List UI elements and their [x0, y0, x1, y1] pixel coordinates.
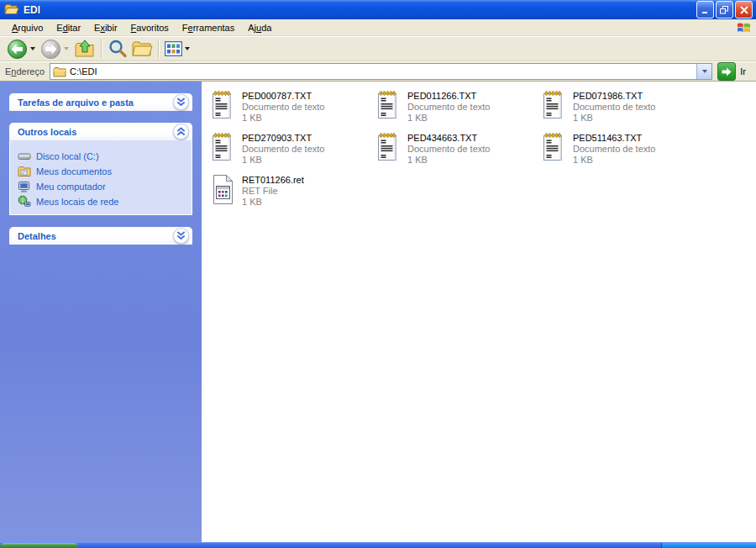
panel-body-outros-locais: Disco local (C:)Meus documentosMeu compu…: [9, 140, 192, 215]
address-bar: Endereço C:\EDI Ir: [0, 61, 756, 82]
taskbar[interactable]: [0, 542, 756, 548]
open-folder-icon: [4, 3, 19, 16]
search-button[interactable]: [106, 37, 129, 61]
file-tile-text: PED434663.TXTDocumento de texto1 KB: [407, 132, 490, 166]
menu-item-arquivo[interactable]: Arquivo: [5, 21, 50, 34]
restore-button[interactable]: [716, 1, 733, 18]
forward-dropdown-caret[interactable]: [64, 47, 69, 50]
panel-header-outros-locais[interactable]: Outros locais: [9, 123, 192, 140]
file-type: Documento de texto: [573, 144, 655, 155]
file-type: Documento de texto: [242, 102, 324, 113]
sidebar-item-meu-computador[interactable]: Meu computador: [18, 179, 188, 194]
expand-panel-button[interactable]: [173, 228, 189, 244]
menu-item-favoritos[interactable]: Favoritos: [124, 21, 176, 34]
system-tray[interactable]: [661, 543, 756, 548]
file-type: Documento de texto: [407, 144, 490, 155]
text-document-icon: [375, 90, 401, 123]
go-button[interactable]: [717, 62, 736, 81]
minimize-button[interactable]: [696, 1, 714, 18]
text-document-icon: [210, 90, 235, 123]
panel-title: Detalhes: [18, 231, 56, 241]
views-dropdown-caret[interactable]: [185, 47, 190, 50]
address-value: C:\EDI: [70, 66, 696, 76]
network-places-icon: [18, 195, 32, 208]
close-button[interactable]: [735, 1, 753, 18]
sidebar-item-label: Meus documentos: [36, 166, 112, 177]
file-name: PED000787.TXT: [242, 91, 324, 102]
explorer-window: EDI ArquivoEditarExibirFavoritosFerramen…: [0, 0, 756, 548]
up-button[interactable]: [72, 37, 97, 61]
address-dropdown-button[interactable]: [696, 64, 711, 79]
file-type: Documento de texto: [242, 144, 324, 155]
file-tile-text: RET011266.retRET File1 KB: [242, 174, 304, 208]
file-size: 1 KB: [407, 113, 490, 124]
toolbar-separator: [158, 40, 160, 58]
file-name: RET011266.ret: [242, 175, 304, 186]
toolbar: [0, 36, 756, 61]
title-bar: EDI: [0, 0, 756, 19]
file-tile-ped270903-txt[interactable]: PED270903.TXTDocumento de texto1 KB: [210, 132, 370, 174]
views-icon: [165, 41, 182, 56]
file-tile-ped434663-txt[interactable]: PED434663.TXTDocumento de texto1 KB: [375, 132, 535, 174]
sidebar-panel-detalhes: Detalhes: [9, 227, 192, 245]
sidebar-item-label: Meus locais de rede: [36, 197, 118, 207]
panel-title: Tarefas de arquivo e pasta: [18, 97, 134, 108]
chevron-down-icon: [702, 70, 707, 73]
menu-item-ajuda[interactable]: Ajuda: [241, 21, 278, 34]
address-label: Endereço: [5, 66, 45, 76]
panel-header-detalhes[interactable]: Detalhes: [9, 227, 192, 245]
file-tile-ped000787-txt[interactable]: PED000787.TXTDocumento de texto1 KB: [210, 90, 370, 132]
file-size: 1 KB: [242, 197, 304, 208]
file-tile-text: PED011266.TXTDocumento de texto1 KB: [407, 90, 490, 124]
sidebar-item-meus-documentos[interactable]: Meus documentos: [18, 164, 188, 179]
file-tile-ped011266-txt[interactable]: PED011266.TXTDocumento de texto1 KB: [375, 90, 535, 132]
sidebar-item-label: Meu computador: [36, 182, 106, 192]
file-size: 1 KB: [407, 155, 490, 166]
task-pane: Tarefas de arquivo e pastaOutros locaisD…: [0, 82, 202, 542]
unknown-file-icon: [210, 174, 235, 207]
go-label[interactable]: Ir: [740, 66, 746, 76]
folders-icon: [131, 39, 153, 59]
file-name: PED434663.TXT: [407, 133, 490, 144]
file-tile-ped071986-txt[interactable]: PED071986.TXTDocumento de texto1 KB: [541, 90, 701, 132]
views-button[interactable]: [163, 37, 184, 61]
panel-title: Outros locais: [18, 127, 76, 137]
forward-button[interactable]: [39, 37, 63, 61]
go-arrow-icon: [722, 67, 732, 76]
menu-item-exibir[interactable]: Exibir: [87, 21, 124, 34]
back-button[interactable]: [5, 37, 29, 61]
back-dropdown-caret[interactable]: [30, 47, 35, 50]
sidebar-item-meus-locais-de-rede[interactable]: Meus locais de rede: [18, 194, 188, 209]
collapse-panel-button[interactable]: [173, 124, 189, 140]
start-button[interactable]: [0, 543, 78, 548]
file-type: Documento de texto: [407, 102, 490, 113]
menu-bar: ArquivoEditarExibirFavoritosFerramentasA…: [0, 19, 756, 36]
menu-item-editar[interactable]: Editar: [50, 21, 87, 34]
file-tile-ped511463-txt[interactable]: PED511463.TXTDocumento de texto1 KB: [541, 132, 701, 174]
file-tile-text: PED000787.TXTDocumento de texto1 KB: [242, 90, 324, 124]
documents-folder-icon: [18, 165, 32, 178]
file-tile-ret011266-ret[interactable]: RET011266.retRET File1 KB: [210, 174, 370, 216]
file-type: RET File: [242, 186, 304, 197]
folder-icon: [53, 66, 66, 77]
file-name: PED071986.TXT: [573, 91, 655, 102]
file-tile-text: PED270903.TXTDocumento de texto1 KB: [242, 132, 324, 166]
up-folder-icon: [74, 39, 96, 59]
sidebar-item-disco-local-c[interactable]: Disco local (C:): [18, 149, 188, 164]
panel-header-tarefas-de-arquivo-e-pasta[interactable]: Tarefas de arquivo e pasta: [9, 93, 192, 111]
back-icon: [7, 39, 28, 60]
toolbar-separator: [101, 40, 102, 58]
file-size: 1 KB: [573, 155, 655, 166]
file-type: Documento de texto: [573, 102, 655, 113]
chevron-double-down-icon: [176, 97, 186, 108]
search-icon: [108, 39, 128, 59]
text-document-icon: [541, 90, 566, 123]
expand-panel-button[interactable]: [173, 94, 189, 110]
file-list-area[interactable]: PED000787.TXTDocumento de texto1 KBPED01…: [202, 82, 756, 542]
menu-item-ferramentas[interactable]: Ferramentas: [176, 21, 241, 34]
sidebar-item-label: Disco local (C:): [36, 151, 99, 161]
address-input[interactable]: C:\EDI: [50, 63, 712, 80]
file-tile-text: PED071986.TXTDocumento de texto1 KB: [573, 90, 655, 124]
window-title: EDI: [24, 4, 695, 16]
folders-button[interactable]: [129, 37, 155, 61]
